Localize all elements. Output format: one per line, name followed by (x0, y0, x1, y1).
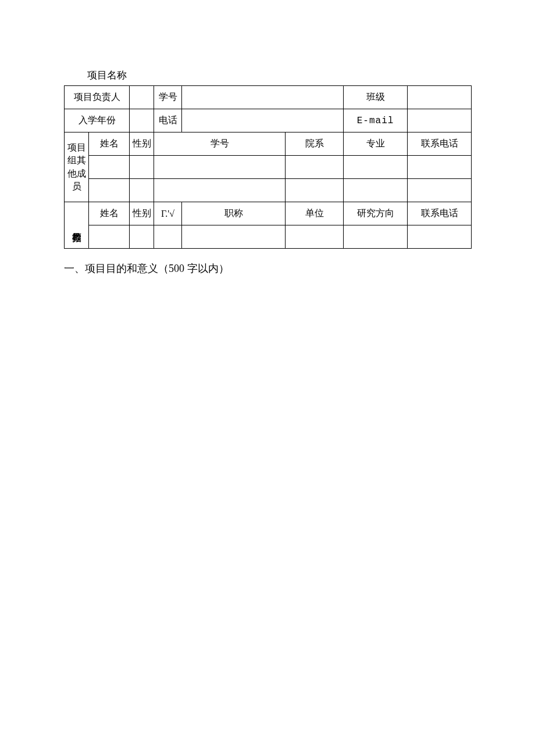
field-advisor-col3[interactable] (154, 225, 182, 249)
field-member2-id[interactable] (154, 179, 286, 202)
input-member1-id[interactable] (154, 155, 287, 179)
input-enroll-year[interactable] (130, 109, 156, 132)
field-student-id[interactable] (182, 86, 344, 109)
field-enroll-year[interactable] (130, 109, 154, 132)
input-project-leader[interactable] (130, 85, 156, 109)
field-member2-name[interactable] (89, 179, 130, 202)
input-member2-id[interactable] (154, 178, 287, 202)
row-member-1 (65, 156, 472, 179)
field-email[interactable] (408, 109, 472, 132)
input-email[interactable] (408, 109, 473, 132)
row-members-header: 项目组其他成员 姓名 性别 学号 院系 专业 联系电话 (65, 132, 472, 156)
input-member2-major[interactable] (344, 178, 409, 202)
input-member2-gender[interactable] (130, 178, 156, 202)
label-class: 班级 (344, 86, 408, 109)
header-member-major: 专业 (344, 132, 408, 156)
input-advisor-title[interactable] (182, 225, 287, 249)
field-member2-gender[interactable] (130, 179, 154, 202)
row-member-2 (65, 179, 472, 202)
label-student-id: 学号 (154, 86, 182, 109)
input-advisor-phone[interactable] (408, 225, 473, 249)
input-member2-name[interactable] (89, 178, 131, 202)
header-advisor-phone: 联系电话 (408, 202, 472, 225)
input-class[interactable] (408, 85, 473, 109)
field-advisor-phone[interactable] (408, 225, 472, 249)
header-advisor-unit: 单位 (286, 202, 344, 225)
field-member1-dept[interactable] (286, 156, 344, 179)
field-advisor-gender[interactable] (130, 225, 154, 249)
row-enroll-year: 入学年份 电话 E-mail (65, 109, 472, 132)
application-form-table: 项目负责人 学号 班级 入学年份 电话 E-mail 项目组其他成员 姓名 性别… (64, 85, 472, 249)
input-member1-major[interactable] (344, 155, 409, 179)
input-member1-phone[interactable] (408, 155, 473, 179)
label-group-members: 项目组其他成员 (65, 132, 89, 202)
field-member1-name[interactable] (89, 156, 130, 179)
header-advisor-research: 研究方向 (344, 202, 408, 225)
field-phone[interactable] (182, 109, 344, 132)
row-advisor-header: 导师指教 姓名 性别 Γ.'√ 职称 单位 研究方向 联系电话 (65, 202, 472, 225)
field-member2-major[interactable] (344, 179, 408, 202)
field-advisor-research[interactable] (344, 225, 408, 249)
label-email: E-mail (344, 109, 408, 132)
field-member1-major[interactable] (344, 156, 408, 179)
input-advisor-col3[interactable] (154, 225, 184, 249)
header-member-gender: 性别 (130, 132, 154, 156)
field-advisor-name[interactable] (89, 225, 130, 249)
project-name-label: 项目名称 (87, 69, 471, 82)
field-class[interactable] (408, 86, 472, 109)
input-phone[interactable] (182, 109, 345, 132)
row-advisor-1 (65, 225, 472, 249)
header-advisor-gender: 性别 (130, 202, 154, 225)
input-member1-gender[interactable] (130, 155, 156, 179)
input-member2-dept[interactable] (286, 178, 345, 202)
input-advisor-research[interactable] (344, 225, 409, 249)
field-advisor-unit[interactable] (286, 225, 344, 249)
field-advisor-title[interactable] (182, 225, 286, 249)
field-member1-id[interactable] (154, 156, 286, 179)
field-member2-phone[interactable] (408, 179, 472, 202)
input-member2-phone[interactable] (408, 178, 473, 202)
header-member-phone: 联系电话 (408, 132, 472, 156)
header-member-name: 姓名 (89, 132, 130, 156)
input-student-id[interactable] (182, 85, 345, 109)
input-advisor-unit[interactable] (286, 225, 345, 249)
header-member-id: 学号 (154, 132, 286, 156)
header-member-dept: 院系 (286, 132, 344, 156)
field-member2-dept[interactable] (286, 179, 344, 202)
label-project-leader: 项目负责人 (65, 86, 130, 109)
field-member1-gender[interactable] (130, 156, 154, 179)
input-member1-name[interactable] (89, 155, 131, 179)
input-member1-dept[interactable] (286, 155, 345, 179)
header-advisor-title: 职称 (182, 202, 286, 225)
field-project-leader[interactable] (130, 86, 154, 109)
input-advisor-name[interactable] (89, 225, 131, 249)
label-phone: 电话 (154, 109, 182, 132)
header-advisor-name: 姓名 (89, 202, 130, 225)
label-enroll-year: 入学年份 (65, 109, 130, 132)
field-member1-phone[interactable] (408, 156, 472, 179)
document-page: 项目名称 项目负责人 学号 班级 入学年份 (0, 0, 535, 756)
header-advisor-col3: Γ.'√ (154, 202, 182, 225)
section-1-heading: 一、项目目的和意义（500 字以内） (64, 261, 471, 275)
input-advisor-gender[interactable] (130, 225, 156, 249)
label-advisor: 导师指教 (65, 202, 89, 249)
row-project-leader: 项目负责人 学号 班级 (65, 86, 472, 109)
